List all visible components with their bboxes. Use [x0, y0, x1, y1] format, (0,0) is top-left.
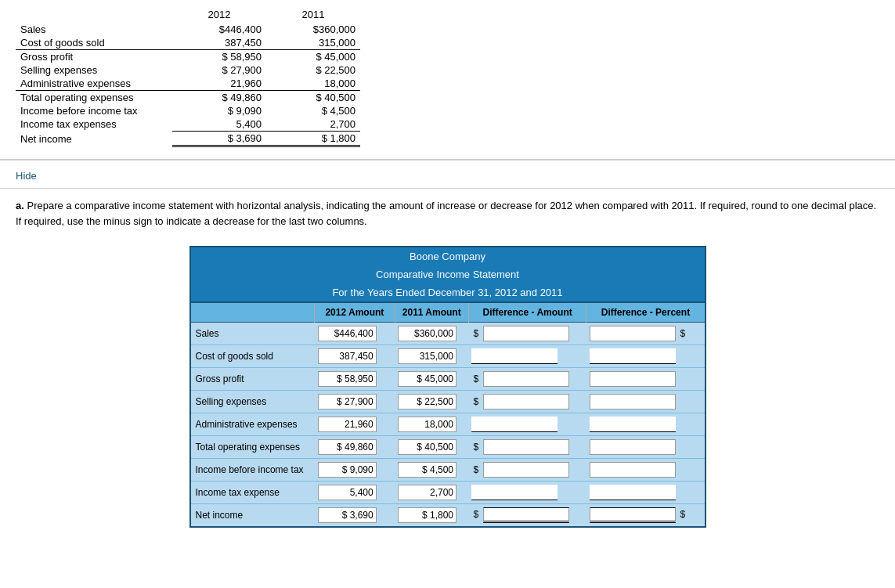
admin-diff-pct-input[interactable]: [590, 417, 676, 432]
ni-2011-cell[interactable]: [395, 504, 468, 528]
gross-diff-amt-cell[interactable]: $: [468, 368, 586, 391]
instructions-text: a. Prepare a comparative income statemen…: [16, 198, 879, 229]
sales-diff-amt-cell[interactable]: $: [468, 323, 586, 345]
selling-2011-input[interactable]: [398, 394, 457, 409]
gross-2012-input[interactable]: [318, 371, 377, 387]
tax-2011-input[interactable]: [398, 485, 457, 500]
ibt-diff-amt-cell[interactable]: $: [468, 459, 586, 482]
ni-diff-pct-cell[interactable]: $: [586, 504, 706, 528]
ni-diff-amt-input[interactable]: [483, 507, 569, 523]
topex-diff-pct-input[interactable]: [590, 439, 676, 455]
top-section: 2012 2011 Sales $446,400 $360,000 Cost o…: [0, 0, 895, 161]
sales-2011-input[interactable]: [398, 326, 457, 341]
tax-diff-amt-cell[interactable]: [468, 482, 586, 504]
table-row: Income before income tax $ 9,090 $ 4,500: [16, 104, 360, 117]
topex-2011-input[interactable]: [398, 439, 457, 455]
sales-2012-cell[interactable]: [315, 323, 395, 345]
tax-diff-amt-input[interactable]: [471, 485, 558, 500]
table-row: Total operating expenses $: [190, 436, 706, 459]
admin-2011-cell[interactable]: [395, 413, 468, 436]
topex-2011-cell[interactable]: [395, 436, 468, 459]
gross-2011-input[interactable]: [398, 371, 457, 387]
topex-diff-pct-cell[interactable]: [586, 436, 706, 459]
tax-diff-pct-cell[interactable]: [586, 482, 706, 504]
table-row: Income tax expenses 5,400 2,700: [16, 117, 360, 132]
ni-2011-input[interactable]: [398, 507, 457, 523]
ibt-diff-dollar: $: [471, 464, 480, 475]
ni-2012-input[interactable]: [318, 507, 377, 523]
ni-diff-amt-cell[interactable]: $: [468, 504, 586, 528]
cogs-diff-amt-input[interactable]: [471, 348, 558, 364]
gross-diff-dollar: $: [471, 373, 480, 384]
ni-diff-dollar: $: [471, 509, 480, 520]
cogs-2011-input[interactable]: [398, 348, 457, 364]
gross-diff-pct-cell[interactable]: [586, 368, 706, 391]
ibt-2012-cell[interactable]: [315, 459, 395, 482]
ibt-2012-input[interactable]: [318, 462, 377, 478]
cogs-2011-cell[interactable]: [395, 345, 468, 368]
selling-2011-cell[interactable]: [395, 391, 468, 413]
table-row: Cost of goods sold 387,450 315,000: [16, 36, 360, 50]
admin-2012-cell[interactable]: [315, 413, 395, 436]
sales-pct-sign: $: [679, 328, 687, 339]
ibt-diff-pct-cell[interactable]: [586, 459, 706, 482]
hide-link[interactable]: Hide: [16, 170, 37, 182]
table-row: Net income $ $: [190, 504, 706, 528]
table-row: Administrative expenses: [190, 413, 706, 436]
admin-2011-input[interactable]: [398, 417, 457, 432]
cogs-diff-pct-input[interactable]: [590, 348, 676, 364]
topex-diff-dollar: $: [471, 442, 480, 453]
main-table-section: Boone Company Comparative Income Stateme…: [0, 238, 895, 543]
row-label-tax-expense: Income tax expense: [190, 482, 315, 504]
col-header-diff-pct: Difference - Percent: [586, 302, 706, 323]
admin-diff-amt-input[interactable]: [471, 417, 558, 432]
gross-2012-cell[interactable]: [315, 368, 395, 391]
ibt-diff-pct-input[interactable]: [590, 462, 676, 478]
gross-diff-amt-input[interactable]: [483, 371, 569, 387]
tax-2012-cell[interactable]: [315, 482, 395, 504]
gross-2011-cell[interactable]: [395, 368, 468, 391]
table-row: Sales $446,400 $360,000: [16, 23, 360, 36]
admin-diff-pct-cell[interactable]: [586, 413, 706, 436]
sales-2012-input[interactable]: [318, 326, 377, 341]
ni-diff-pct-input[interactable]: [590, 507, 676, 523]
cogs-diff-amt-cell[interactable]: [468, 345, 586, 368]
selling-2012-cell[interactable]: [315, 391, 395, 413]
ibt-2011-cell[interactable]: [395, 459, 468, 482]
selling-diff-amt-input[interactable]: [483, 394, 569, 409]
ni-2012-cell[interactable]: [315, 504, 395, 528]
col-header-label: [190, 302, 315, 323]
topex-2012-input[interactable]: [318, 439, 377, 455]
topex-2012-cell[interactable]: [315, 436, 395, 459]
cogs-diff-pct-cell[interactable]: [586, 345, 706, 368]
row-label-income-before-tax: Income before income tax: [190, 459, 315, 482]
table-company-row: Boone Company: [190, 247, 706, 265]
row-label-selling: Selling expenses: [190, 391, 315, 413]
sales-diff-pct-input[interactable]: [590, 326, 676, 341]
sales-diff-pct-cell[interactable]: $: [586, 323, 706, 345]
column-headers-row: 2012 Amount 2011 Amount Difference - Amo…: [190, 302, 706, 323]
admin-2012-input[interactable]: [318, 417, 377, 432]
year-2011-header: 2011: [266, 8, 360, 23]
sales-2011-cell[interactable]: [395, 323, 468, 345]
topex-diff-amt-cell[interactable]: $: [468, 436, 586, 459]
sales-diff-amt-input[interactable]: [483, 326, 569, 341]
selling-2012-input[interactable]: [318, 394, 377, 409]
col-header-diff-amt: Difference - Amount: [468, 302, 586, 323]
row-label-total-opex: Total operating expenses: [190, 436, 315, 459]
gross-diff-pct-input[interactable]: [590, 371, 676, 387]
tax-diff-pct-input[interactable]: [590, 485, 676, 500]
ibt-2011-input[interactable]: [398, 462, 457, 478]
tax-2012-input[interactable]: [318, 485, 377, 500]
ibt-diff-amt-input[interactable]: [483, 462, 569, 478]
selling-diff-pct-input[interactable]: [590, 394, 676, 409]
tax-2011-cell[interactable]: [395, 482, 468, 504]
cogs-2012-cell[interactable]: [315, 345, 395, 368]
admin-diff-amt-cell[interactable]: [468, 413, 586, 436]
cogs-2012-input[interactable]: [318, 348, 377, 364]
selling-diff-amt-cell[interactable]: $: [468, 391, 586, 413]
statement-title: Comparative Income Statement: [190, 265, 706, 283]
selling-diff-pct-cell[interactable]: [586, 391, 706, 413]
topex-diff-amt-input[interactable]: [483, 439, 569, 455]
col-header-2011: 2011 Amount: [395, 302, 468, 323]
